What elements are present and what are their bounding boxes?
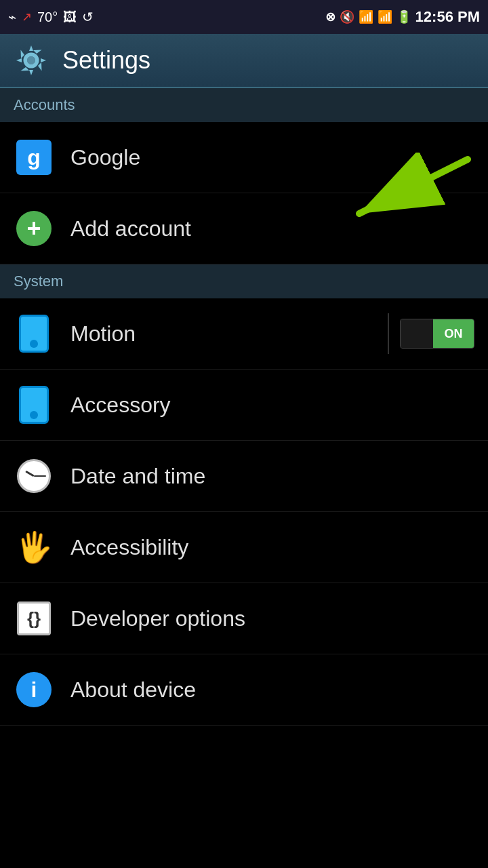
settings-gear-icon [14, 43, 49, 78]
settings-item-accessibility[interactable]: 🖐 Accessibility [0, 512, 488, 583]
signal-icon: 📶 [378, 9, 392, 24]
volume-icon: 🔇 [340, 9, 354, 24]
divider [388, 313, 389, 354]
settings-item-datetime[interactable]: Date and time [0, 441, 488, 512]
arrow-icon: ↗ [22, 9, 32, 24]
toggle-off-area [401, 319, 433, 348]
svg-point-2 [27, 56, 35, 64]
google-label: Google [70, 145, 474, 170]
settings-item-about[interactable]: i About device [0, 654, 488, 726]
about-icon: i [14, 669, 54, 710]
temperature: 70° [37, 9, 58, 25]
section-header-system: System [0, 264, 488, 298]
time-display: 12:56 PM [415, 8, 480, 26]
toggle-on-label: ON [433, 319, 474, 348]
motion-icon [14, 313, 54, 354]
status-right-icons: ⊗ 🔇 📶 📶 🔋 12:56 PM [325, 8, 480, 26]
add-account-label: Add account [70, 216, 474, 241]
add-account-icon: + [14, 208, 54, 249]
datetime-label: Date and time [70, 464, 474, 489]
settings-item-add-account[interactable]: + Add account [0, 193, 488, 264]
app-header: Settings [0, 34, 488, 88]
accessory-label: Accessory [70, 393, 474, 418]
developer-icon: {} [14, 598, 54, 639]
image-icon: 🖼 [63, 9, 77, 25]
status-left-icons: ⌁ ↗ 70° 🖼 ↺ [8, 9, 94, 25]
google-icon: g [14, 137, 54, 178]
motion-toggle[interactable]: ON [400, 319, 474, 349]
status-bar: ⌁ ↗ 70° 🖼 ↺ ⊗ 🔇 📶 📶 🔋 12:56 PM [0, 0, 488, 34]
accessibility-label: Accessibility [70, 535, 474, 560]
refresh-icon: ↺ [82, 9, 94, 25]
settings-item-developer[interactable]: {} Developer options [0, 583, 488, 654]
section-header-accounts: Accounts [0, 88, 488, 122]
usb-icon: ⌁ [8, 9, 16, 25]
bluetooth-icon: ⊗ [325, 9, 336, 24]
datetime-icon [14, 456, 54, 496]
header-title: Settings [62, 46, 150, 75]
settings-item-motion[interactable]: Motion ON [0, 298, 488, 370]
accessibility-icon: 🖐 [14, 527, 54, 568]
developer-label: Developer options [70, 606, 474, 631]
accessory-icon [14, 384, 54, 425]
wifi-icon: 📶 [359, 9, 373, 24]
motion-label: Motion [70, 321, 388, 347]
settings-item-google[interactable]: g Google [0, 122, 488, 193]
about-label: About device [70, 677, 474, 703]
settings-item-accessory[interactable]: Accessory [0, 370, 488, 441]
battery-icon: 🔋 [396, 9, 411, 24]
